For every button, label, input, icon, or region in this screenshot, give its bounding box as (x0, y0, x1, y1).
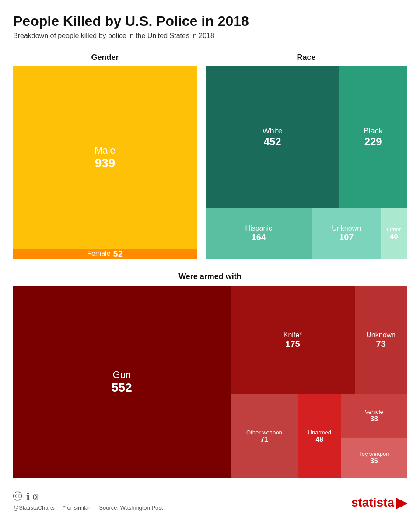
armed-toy-value: 35 (370, 457, 378, 465)
statista-text: statista (351, 496, 394, 510)
race-hispanic-cell: Hispanic 164 (206, 208, 312, 259)
armed-unarmed-value: 48 (315, 436, 323, 444)
armed-otherweapon-cell: Other weapon 71 (231, 394, 298, 478)
armed-unknown-label: Unknown (366, 331, 396, 339)
race-hispanic-value: 164 (252, 232, 266, 242)
race-other-cell: Other 40 (381, 208, 407, 259)
armed-toy-cell: Toy weapon 35 (341, 438, 407, 478)
race-white-label: White (262, 126, 283, 136)
gender-section: Gender Male 939 Female 52 (13, 53, 197, 259)
armed-section: Were armed with Gun 552 Knife* 175 Unkno… (13, 272, 407, 478)
brand-label: @StatistaCharts (13, 504, 55, 511)
gender-female-cell: Female 52 (13, 249, 197, 259)
race-unknown-label: Unknown (332, 224, 361, 232)
race-black-value: 229 (364, 136, 382, 148)
race-hispanic-label: Hispanic (245, 224, 272, 232)
race-white-value: 452 (264, 136, 281, 148)
source-label: Source: Washington Post (99, 504, 163, 511)
race-treemap: White 452 Black 229 Hispanic 164 Unknown… (206, 66, 407, 259)
gender-female-label: Female (87, 250, 110, 258)
armed-top-right: Knife* 175 Unknown 73 (231, 286, 407, 394)
gender-treemap: Male 939 Female 52 (13, 66, 197, 259)
armed-unknown-cell: Unknown 73 (355, 286, 407, 394)
gender-male-value: 939 (95, 156, 116, 170)
gender-male-label: Male (94, 145, 116, 156)
armed-otherweapon-label: Other weapon (246, 429, 282, 436)
armed-toy-label: Toy weapon (359, 451, 389, 457)
footer-left: 🅭 ℹ 🄯 @StatistaCharts * or similar Sourc… (13, 491, 163, 511)
note-label: * or similar (63, 504, 90, 511)
armed-right-panel: Knife* 175 Unknown 73 Other weapon 71 Un… (231, 286, 407, 478)
armed-unarmed-cell: Unarmed 48 (298, 394, 341, 478)
armed-knife-cell: Knife* 175 (231, 286, 355, 394)
gender-title: Gender (13, 53, 197, 62)
race-unknown-value: 107 (339, 232, 354, 242)
armed-right-col: Vehicle 38 Toy weapon 35 (341, 394, 407, 478)
info-icon: ℹ (26, 491, 30, 503)
statista-icon: ▶ (396, 494, 407, 511)
race-other-label: Other (387, 226, 401, 233)
race-title: Race (206, 53, 407, 62)
race-unknown-cell: Unknown 107 (312, 208, 381, 259)
armed-gun-cell: Gun 552 (13, 286, 231, 478)
race-section: Race White 452 Black 229 Hispanic 164 Un… (206, 53, 407, 259)
armed-gun-value: 552 (112, 381, 132, 395)
race-black-label: Black (364, 126, 383, 136)
armed-otherweapon-value: 71 (260, 436, 268, 444)
race-black-cell: Black 229 (339, 66, 407, 208)
armed-vehicle-cell: Vehicle 38 (341, 394, 407, 438)
armed-unknown-value: 73 (376, 339, 386, 349)
armed-knife-label: Knife* (284, 331, 302, 339)
race-top-row: White 452 Black 229 (206, 66, 407, 208)
gender-male-cell: Male 939 (13, 66, 197, 249)
license-icons: 🅭 ℹ 🄯 (13, 491, 163, 503)
footer: 🅭 ℹ 🄯 @StatistaCharts * or similar Sourc… (13, 491, 407, 511)
armed-title: Were armed with (13, 272, 407, 281)
armed-gun-label: Gun (113, 369, 131, 381)
cc-icon: 🅭 (13, 491, 23, 503)
armed-bottom-right: Other weapon 71 Unarmed 48 Vehicle 38 To… (231, 394, 407, 478)
armed-vehicle-value: 38 (370, 415, 378, 423)
armed-treemap: Gun 552 Knife* 175 Unknown 73 Other weap… (13, 286, 407, 478)
armed-unarmed-label: Unarmed (308, 429, 331, 436)
race-other-value: 40 (390, 233, 398, 241)
page-subtitle: Breakdown of people killed by police in … (13, 32, 407, 40)
race-bottom-row: Hispanic 164 Unknown 107 Other 40 (206, 208, 407, 259)
no-deriv-icon: 🄯 (33, 491, 38, 503)
footer-source: @StatistaCharts * or similar Source: Was… (13, 504, 163, 511)
page-title: People Killed by U.S. Police in 2018 (13, 13, 407, 29)
armed-vehicle-label: Vehicle (365, 409, 383, 415)
race-white-cell: White 452 (206, 66, 339, 208)
armed-knife-value: 175 (285, 339, 300, 349)
gender-female-value: 52 (113, 249, 123, 259)
statista-logo: statista ▶ (351, 494, 407, 511)
